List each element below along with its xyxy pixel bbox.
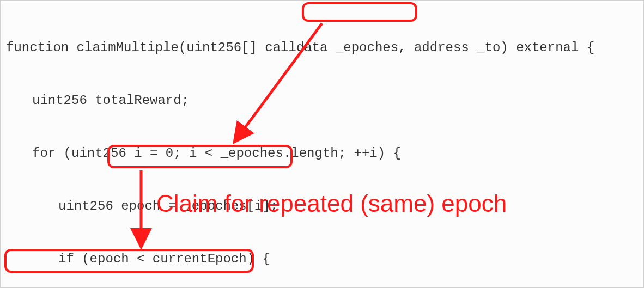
code-block: function claimMultiple(uint256[] calldat… [6,4,638,288]
code-line: if (epoch < currentEpoch) { [6,250,638,268]
code-line: uint256 totalReward; [6,92,638,109]
code-line: for (uint256 i = 0; i < _epoches.length;… [6,145,638,162]
annotation-text: Claim for repeated (same) epoch [156,190,507,217]
code-screenshot: function claimMultiple(uint256[] calldat… [0,0,644,288]
code-line: function claimMultiple(uint256[] calldat… [6,39,638,57]
